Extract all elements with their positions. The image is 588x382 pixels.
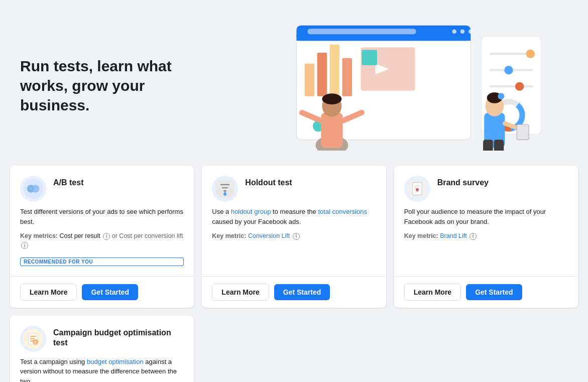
card-ab-test-description: Test different versions of your ads to s… <box>20 207 184 226</box>
svg-rect-57 <box>30 335 36 336</box>
svg-text:↓: ↓ <box>34 187 36 191</box>
svg-rect-8 <box>317 53 327 96</box>
card-holdout-test-title: Holdout test <box>245 178 292 188</box>
card-holdout-test-footer: Learn More Get Started <box>202 276 386 308</box>
ab-test-learn-more-button[interactable]: Learn More <box>20 284 77 301</box>
card-ab-test-body: ↑ ↓ A/B test Test different versions of … <box>10 166 194 276</box>
card-brand-survey: Brand survey Poll your audience to measu… <box>394 166 578 308</box>
svg-rect-7 <box>305 64 315 96</box>
card-campaign-budget: $ Campaign budget optimisation test Test… <box>10 316 194 383</box>
brand-survey-learn-more-button[interactable]: Learn More <box>404 284 461 301</box>
conversion-lift-info-icon[interactable]: i <box>21 242 28 249</box>
card-holdout-test-icon <box>212 176 238 202</box>
svg-rect-10 <box>342 58 352 96</box>
brand-lift-info-icon[interactable]: i <box>469 233 477 240</box>
hero-illustration <box>221 20 568 151</box>
holdout-test-learn-more-button[interactable]: Learn More <box>212 284 269 301</box>
svg-point-5 <box>460 29 465 34</box>
card-campaign-budget-description: Test a campaign using budget optimisatio… <box>20 357 184 383</box>
page-wrapper: Run tests, learn what works, grow your b… <box>0 0 588 382</box>
svg-rect-47 <box>222 187 228 188</box>
card-brand-survey-title: Brand survey <box>437 178 489 188</box>
svg-rect-13 <box>362 50 377 65</box>
card-holdout-test-description: Use a holdout group to measure the total… <box>212 207 376 226</box>
svg-rect-3 <box>307 29 416 34</box>
hero-title: Run tests, learn what works, grow your b… <box>20 56 211 115</box>
card-campaign-budget-icon: $ <box>20 326 46 352</box>
ab-test-get-started-button[interactable]: Get Started <box>82 284 138 300</box>
card-campaign-budget-title-wrap: Campaign budget optimisation test <box>53 326 184 349</box>
hero-text: Run tests, learn what works, grow your b… <box>20 56 221 115</box>
svg-point-4 <box>452 29 456 34</box>
card-ab-test-title-wrap: A/B test <box>53 176 83 188</box>
svg-rect-20 <box>490 85 533 87</box>
card-ab-test-footer: Learn More Get Started <box>10 276 194 308</box>
card-campaign-budget-body: $ Campaign budget optimisation test Test… <box>10 316 194 383</box>
svg-text:$: $ <box>34 340 36 344</box>
svg-rect-36 <box>483 140 493 151</box>
card-brand-survey-title-wrap: Brand survey <box>437 176 489 188</box>
cost-per-result-info-icon[interactable]: i <box>103 233 110 240</box>
svg-rect-58 <box>30 338 35 339</box>
card-campaign-budget-header: $ Campaign budget optimisation test <box>20 326 184 352</box>
svg-point-17 <box>526 50 535 58</box>
card-holdout-test-title-wrap: Holdout test <box>245 176 292 188</box>
svg-rect-2 <box>297 35 471 41</box>
svg-point-49 <box>223 193 226 196</box>
svg-text:↑: ↑ <box>30 187 32 191</box>
card-holdout-test: Holdout test Use a holdout group to meas… <box>202 166 386 308</box>
card-brand-survey-metrics: Key metric: Brand Lift i <box>404 231 568 241</box>
cards-row-2: $ Campaign budget optimisation test Test… <box>10 316 578 383</box>
card-ab-test-header: ↑ ↓ A/B test <box>20 176 184 202</box>
card-holdout-test-metrics: Key metric: Conversion Lift i <box>212 231 376 241</box>
card-holdout-test-header: Holdout test <box>212 176 376 202</box>
svg-point-28 <box>322 93 341 104</box>
svg-point-45 <box>215 179 235 199</box>
svg-point-19 <box>504 66 513 74</box>
card-ab-test-title: A/B test <box>53 178 83 188</box>
svg-rect-53 <box>414 185 420 186</box>
svg-point-6 <box>468 29 473 34</box>
svg-rect-46 <box>220 184 229 185</box>
svg-point-35 <box>498 93 504 99</box>
hero-section: Run tests, learn what works, grow your b… <box>10 0 578 166</box>
holdout-test-get-started-button[interactable]: Get Started <box>274 284 330 300</box>
card-ab-test: ↑ ↓ A/B test Test different versions of … <box>10 166 194 308</box>
card-brand-survey-footer: Learn More Get Started <box>394 276 578 308</box>
card-holdout-test-body: Holdout test Use a holdout group to meas… <box>202 166 386 276</box>
hero-svg <box>221 20 568 151</box>
card-ab-test-icon: ↑ ↓ <box>20 176 46 202</box>
card-ab-test-metrics: Key metrics: Cost per result i or Cost p… <box>20 231 184 250</box>
conversion-lift-info-icon-2[interactable]: i <box>293 233 300 240</box>
svg-rect-26 <box>321 112 342 148</box>
card-brand-survey-header: Brand survey <box>404 176 568 202</box>
card-brand-survey-icon <box>404 176 430 202</box>
card-brand-survey-description: Poll your audience to measure the impact… <box>404 207 568 226</box>
card-brand-survey-body: Brand survey Poll your audience to measu… <box>394 166 578 276</box>
recommended-badge: RECOMMENDED FOR YOU <box>20 258 184 266</box>
brand-survey-get-started-button[interactable]: Get Started <box>466 284 522 300</box>
svg-point-21 <box>515 82 524 91</box>
cards-row-1: ↑ ↓ A/B test Test different versions of … <box>10 166 578 316</box>
svg-rect-37 <box>494 140 504 151</box>
svg-rect-39 <box>517 124 529 140</box>
svg-rect-54 <box>414 187 419 188</box>
card-campaign-budget-title: Campaign budget optimisation test <box>53 328 184 349</box>
svg-rect-52 <box>412 183 421 195</box>
svg-rect-9 <box>330 45 340 96</box>
